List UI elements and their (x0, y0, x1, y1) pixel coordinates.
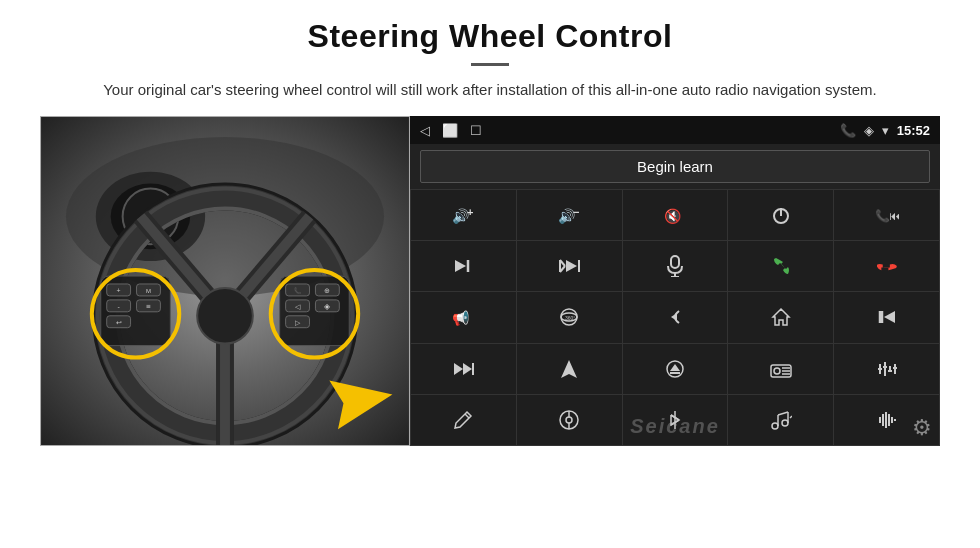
svg-rect-59 (671, 256, 679, 268)
svg-marker-66 (671, 313, 677, 321)
svg-marker-72 (463, 363, 472, 375)
svg-text:M: M (146, 288, 151, 294)
end-call-btn[interactable] (834, 241, 939, 291)
svg-line-101 (778, 412, 788, 415)
title-divider (471, 63, 509, 66)
svg-marker-76 (670, 364, 680, 371)
svg-line-102 (790, 416, 792, 418)
skip-btn[interactable] (517, 241, 622, 291)
phone-status-icon: 📞 (840, 123, 856, 138)
svg-marker-74 (561, 360, 577, 378)
bluetooth-btn[interactable] (623, 395, 728, 445)
eject-btn[interactable] (623, 344, 728, 394)
back-nav-icon[interactable]: ◁ (420, 123, 430, 138)
page-title: Steering Wheel Control (308, 18, 673, 55)
svg-text:◈: ◈ (324, 302, 331, 311)
next-track-btn[interactable] (411, 241, 516, 291)
controls-grid: 🔊+ 🔊− 🔇 📞 ⏮ (410, 189, 940, 446)
status-bar-left: ◁ ⬜ ☐ (420, 123, 482, 138)
steering-wheel-svg: + - ↩ M ≡ 📞 ◁ ▷ (41, 117, 409, 445)
svg-marker-71 (454, 363, 463, 375)
svg-marker-52 (455, 260, 466, 272)
svg-point-98 (782, 420, 788, 426)
power-btn[interactable] (728, 190, 833, 240)
prev-track-start-btn[interactable] (834, 292, 939, 342)
vol-up-btn[interactable]: 🔊+ (411, 190, 516, 240)
page-wrapper: Steering Wheel Control Your original car… (0, 0, 980, 446)
svg-text:⏮: ⏮ (889, 209, 899, 223)
camera-btn[interactable]: 📢 (411, 292, 516, 342)
nav-btn[interactable] (517, 344, 622, 394)
begin-learn-row: Begin learn (410, 144, 940, 189)
mic-btn[interactable] (623, 241, 728, 291)
wifi-status-icon: ▾ (882, 123, 889, 138)
svg-point-79 (774, 368, 780, 374)
status-bar: ◁ ⬜ ☐ 📞 ◈ ▾ 15:52 (410, 116, 940, 144)
svg-text:⊕: ⊕ (324, 287, 330, 294)
mute-btn[interactable]: 🔇 (623, 190, 728, 240)
status-time: 15:52 (897, 123, 930, 138)
svg-text:-: - (117, 303, 119, 310)
music-btn[interactable] (728, 395, 833, 445)
svg-text:📞: 📞 (875, 208, 890, 223)
status-bar-icons: 📞 ◈ ▾ 15:52 (840, 123, 930, 138)
settings-gear-button[interactable]: ⚙ (912, 415, 932, 441)
svg-text:📞: 📞 (294, 287, 302, 295)
steering-wheel-image: + - ↩ M ≡ 📞 ◁ ▷ (40, 116, 410, 446)
home-nav-icon[interactable]: ⬜ (442, 123, 458, 138)
back-btn[interactable] (623, 292, 728, 342)
svg-point-93 (566, 417, 572, 423)
svg-marker-57 (566, 260, 577, 272)
pen-btn[interactable] (411, 395, 516, 445)
steering-image-inner: + - ↩ M ≡ 📞 ◁ ▷ (41, 117, 409, 445)
svg-text:+: + (117, 287, 121, 294)
vol-down-btn[interactable]: 🔊− (517, 190, 622, 240)
svg-line-91 (465, 414, 469, 418)
svg-text:360°: 360° (565, 315, 575, 321)
home-btn[interactable] (728, 292, 833, 342)
svg-text:+: + (467, 206, 473, 218)
phone-prev-btn[interactable]: 📞 ⏮ (834, 190, 939, 240)
steering-control-btn[interactable] (517, 395, 622, 445)
android-panel: ◁ ⬜ ☐ 📞 ◈ ▾ 15:52 Begin learn 🔊 (410, 116, 940, 446)
svg-marker-69 (884, 311, 895, 323)
page-subtitle: Your original car's steering wheel contr… (103, 78, 877, 102)
content-row: + - ↩ M ≡ 📞 ◁ ▷ (40, 116, 940, 446)
svg-marker-67 (773, 309, 789, 325)
fast-forward-btn[interactable] (411, 344, 516, 394)
recents-nav-icon[interactable]: ☐ (470, 123, 482, 138)
svg-text:−: − (573, 206, 579, 218)
360-btn[interactable]: 360° (517, 292, 622, 342)
location-status-icon: ◈ (864, 123, 874, 138)
svg-text:📢: 📢 (452, 310, 470, 326)
call-btn[interactable] (728, 241, 833, 291)
svg-point-97 (772, 423, 778, 429)
svg-text:≡: ≡ (146, 302, 151, 311)
svg-point-17 (197, 288, 253, 344)
begin-learn-button[interactable]: Begin learn (420, 150, 930, 183)
equalizer-btn[interactable] (834, 344, 939, 394)
svg-text:🔇: 🔇 (664, 208, 682, 224)
svg-text:↩: ↩ (116, 319, 122, 326)
radio-btn[interactable] (728, 344, 833, 394)
